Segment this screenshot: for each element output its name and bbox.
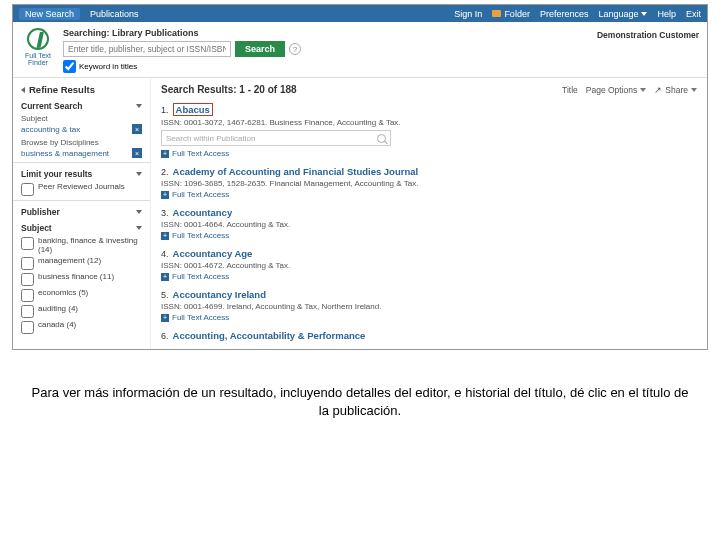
plus-icon: + (161, 150, 169, 158)
plus-icon: + (161, 232, 169, 240)
chevron-down-icon (640, 88, 646, 92)
chevron-left-icon (21, 87, 25, 93)
result-title-link[interactable]: Accounting, Accountability & Performance (173, 330, 366, 341)
full-text-access-link[interactable]: +Full Text Access (161, 149, 697, 158)
result-meta: ISSN: 0001-4699. Ireland, Accounting & T… (161, 302, 697, 311)
new-search-button[interactable]: New Search (19, 8, 80, 20)
result-item: 4.Accountancy AgeISSN: 0001-4672. Accoun… (161, 248, 697, 281)
facet-checkbox[interactable] (21, 321, 34, 334)
result-meta: ISSN: 1096-3685, 1528-2635. Financial Ma… (161, 179, 697, 188)
language-label: Language (598, 9, 638, 19)
remove-subject-button[interactable]: × (132, 124, 142, 134)
chevron-down-icon (136, 172, 142, 176)
refine-heading[interactable]: Refine Results (21, 84, 142, 95)
keyword-label: Keyword in titles (79, 62, 137, 71)
customer-label: Demonstration Customer (597, 28, 699, 40)
discipline-filter[interactable]: business & management (21, 149, 109, 158)
peer-reviewed-checkbox-row[interactable]: Peer Reviewed Journals (21, 182, 142, 196)
page-options-menu[interactable]: Page Options (586, 85, 647, 95)
facet-checkbox[interactable] (21, 237, 34, 250)
search-button[interactable]: Search (235, 41, 285, 57)
result-meta: ISSN: 0001-3072, 1467-6281. Business Fin… (161, 118, 697, 127)
remove-discipline-button[interactable]: × (132, 148, 142, 158)
result-item: 1.AbacusISSN: 0001-3072, 1467-6281. Busi… (161, 103, 697, 158)
language-menu[interactable]: Language (598, 9, 647, 19)
full-text-access-link[interactable]: +Full Text Access (161, 231, 697, 240)
slide-caption: Para ver más información de un resultado… (28, 384, 692, 419)
search-header: Full TextFinder Searching: Library Publi… (13, 22, 707, 78)
browse-label: Browse by Disciplines (21, 138, 142, 147)
help-icon[interactable]: ? (289, 43, 301, 55)
result-title-link[interactable]: Accountancy Ireland (173, 289, 266, 300)
plus-icon: + (161, 273, 169, 281)
result-meta: ISSN: 0001-4672. Accounting & Tax. (161, 261, 697, 270)
plus-icon: + (161, 314, 169, 322)
full-text-access-link[interactable]: +Full Text Access (161, 190, 697, 199)
share-menu[interactable]: ↗Share (654, 85, 697, 95)
preferences-link[interactable]: Preferences (540, 9, 589, 19)
folder-label: Folder (504, 9, 530, 19)
facet-item[interactable]: canada (4) (21, 320, 142, 334)
full-text-access-link[interactable]: +Full Text Access (161, 313, 697, 322)
logo: Full TextFinder (21, 28, 55, 66)
facet-checkbox[interactable] (21, 273, 34, 286)
full-text-access-link[interactable]: +Full Text Access (161, 272, 697, 281)
facet-item[interactable]: auditing (4) (21, 304, 142, 318)
subject-section[interactable]: Subject (21, 223, 142, 233)
help-link[interactable]: Help (657, 9, 676, 19)
result-item: 2.Academy of Accounting and Financial St… (161, 166, 697, 199)
subject-label: Subject (21, 114, 142, 123)
peer-reviewed-checkbox[interactable] (21, 183, 34, 196)
result-item: 5.Accountancy IrelandISSN: 0001-4699. Ir… (161, 289, 697, 322)
result-title-link[interactable]: Academy of Accounting and Financial Stud… (173, 166, 419, 177)
searching-label: Searching: Library Publications (63, 28, 301, 38)
folder-icon (492, 10, 501, 17)
result-item: 3.AccountancyISSN: 0001-4664. Accounting… (161, 207, 697, 240)
chevron-down-icon (136, 104, 142, 108)
logo-text-1: Full Text (25, 52, 51, 59)
limit-section[interactable]: Limit your results (21, 169, 142, 179)
subject-filter[interactable]: accounting & tax (21, 125, 80, 134)
facet-item[interactable]: business finance (11) (21, 272, 142, 286)
chevron-down-icon (691, 88, 697, 92)
search-icon (377, 134, 386, 143)
publications-link[interactable]: Publications (90, 8, 139, 20)
chevron-down-icon (641, 12, 647, 16)
logo-text-2: Finder (28, 59, 48, 66)
current-search-section[interactable]: Current Search (21, 101, 142, 111)
logo-icon (27, 28, 49, 50)
sidebar: Refine Results Current Search Subject ac… (13, 78, 151, 349)
result-title-link[interactable]: Abacus (176, 104, 210, 115)
signin-link[interactable]: Sign In (454, 9, 482, 19)
result-item: 6.Accounting, Accountability & Performan… (161, 330, 697, 341)
top-nav: New Search Publications Sign In Folder P… (13, 5, 707, 22)
sort-title[interactable]: Title (562, 85, 578, 95)
facet-checkbox[interactable] (21, 257, 34, 270)
publisher-section[interactable]: Publisher (21, 207, 142, 217)
chevron-down-icon (136, 226, 142, 230)
search-within-input[interactable]: Search within Publication (161, 130, 391, 146)
results-heading: Search Results: 1 - 20 of 188 (161, 84, 297, 95)
facet-checkbox[interactable] (21, 289, 34, 302)
result-meta: ISSN: 0001-4664. Accounting & Tax. (161, 220, 697, 229)
results-area: Search Results: 1 - 20 of 188 Title Page… (151, 78, 707, 349)
facet-item[interactable]: banking, finance & investing (14) (21, 236, 142, 254)
chevron-down-icon (136, 210, 142, 214)
facet-item[interactable]: economics (5) (21, 288, 142, 302)
facet-checkbox[interactable] (21, 305, 34, 318)
result-title-link[interactable]: Accountancy Age (173, 248, 253, 259)
exit-link[interactable]: Exit (686, 9, 701, 19)
keyword-checkbox[interactable] (63, 60, 76, 73)
search-input[interactable] (63, 41, 231, 57)
keyword-checkbox-row[interactable]: Keyword in titles (63, 60, 301, 73)
facet-item[interactable]: management (12) (21, 256, 142, 270)
result-title-link[interactable]: Accountancy (173, 207, 233, 218)
folder-link[interactable]: Folder (492, 9, 530, 19)
plus-icon: + (161, 191, 169, 199)
